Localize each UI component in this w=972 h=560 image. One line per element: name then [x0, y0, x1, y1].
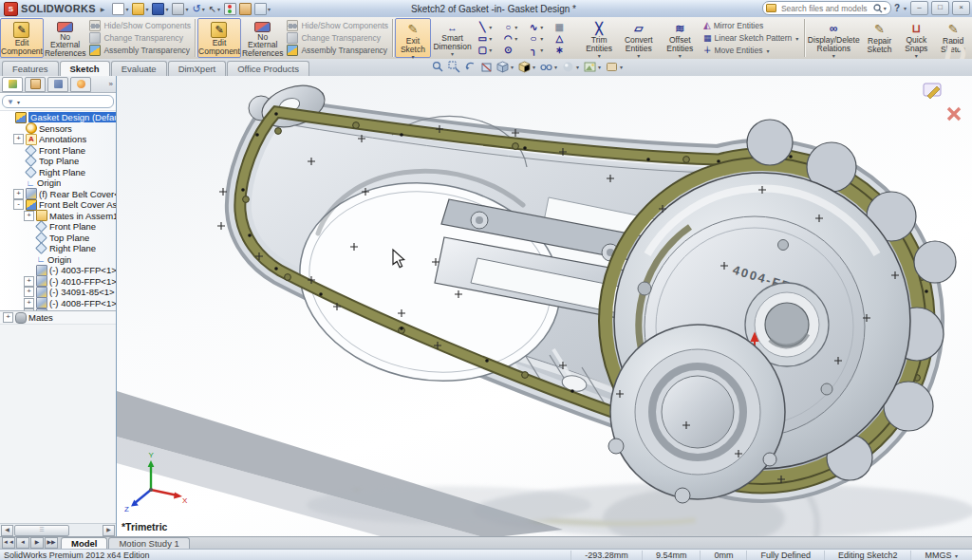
previous-view-button[interactable]: [464, 61, 477, 73]
maximize-button[interactable]: □: [931, 1, 949, 15]
search-icon[interactable]: [873, 4, 883, 13]
change-transparency-button[interactable]: Change Transparency: [89, 32, 191, 44]
tree-item[interactable]: Front Plane: [0, 145, 116, 157]
tree-item[interactable]: Front Plane: [0, 221, 116, 233]
polygon-tool[interactable]: △: [552, 33, 578, 44]
slot-tool[interactable]: ▢▾: [476, 45, 501, 55]
tree-item[interactable]: +(f) Rear Belt Cover<1> (Def: [0, 189, 116, 200]
edit-appearance-button[interactable]: ▾: [562, 61, 580, 73]
units-selector[interactable]: MMGS ▾: [910, 551, 972, 560]
display-style-button[interactable]: ▾: [518, 61, 536, 73]
tab-features[interactable]: Features: [2, 61, 59, 76]
linear-sketch-pattern-button[interactable]: ▦Linear Sketch Pattern▾: [703, 32, 800, 44]
propertymanager-tab[interactable]: [25, 77, 46, 92]
featuremanager-tab[interactable]: [2, 77, 23, 92]
rectangle-tool[interactable]: ▭▾: [476, 33, 501, 44]
expand-collapse-icon[interactable]: +: [13, 189, 24, 199]
trim-entities-button[interactable]: ╳ Trim Entities▾: [580, 18, 618, 58]
edit-component-button[interactable]: ✎ Edit Component: [0, 18, 44, 58]
open-button[interactable]: ▾: [131, 2, 150, 15]
view-orientation-button[interactable]: ▾: [496, 61, 514, 73]
filter-dropdown-icon[interactable]: ▾: [17, 99, 20, 105]
smart-dimension-button[interactable]: ↔ Smart Dimension▾: [431, 18, 474, 58]
repair-sketch-button[interactable]: ✎ Repair Sketch: [861, 18, 899, 58]
search-dropdown-icon[interactable]: ▾: [884, 5, 887, 11]
tree-item[interactable]: +(-) 34091-85<1> (Defaul: [0, 287, 116, 298]
tree-item[interactable]: +AAnnotations: [0, 134, 116, 145]
configurationmanager-tab[interactable]: [47, 77, 68, 92]
tree-item[interactable]: ∟Origin: [0, 254, 116, 266]
tree-item-mates[interactable]: + Mates: [0, 312, 116, 324]
tab-sketch[interactable]: Sketch: [60, 61, 110, 76]
zoom-to-area-button[interactable]: [448, 61, 460, 73]
expand-collapse-icon[interactable]: +: [24, 298, 34, 308]
search-scope-folder-icon[interactable]: [766, 4, 776, 12]
perimeter-circle-tool[interactable]: ⊙: [501, 45, 527, 55]
section-view-button[interactable]: [480, 61, 493, 73]
graphics-viewport[interactable]: 4004-FFP: [117, 76, 972, 536]
tree-item[interactable]: (-) 4003-FFP<1> (Defau: [0, 265, 116, 276]
scroll-right-icon[interactable]: ▶: [103, 525, 115, 536]
exit-sketch-button[interactable]: ✎ Exit Sketch▾: [395, 18, 431, 58]
tree-item[interactable]: ∟Origin: [0, 177, 116, 189]
menu-expand-icon[interactable]: ▶: [101, 6, 105, 12]
prev-tab-icon[interactable]: ◄: [16, 537, 29, 549]
line-tool[interactable]: ╲▾: [476, 22, 501, 32]
save-button[interactable]: ▾: [151, 2, 170, 15]
tree-item[interactable]: +(-) 4008-FFP<1> (Defau: [0, 298, 116, 309]
sketch-fillet-tool[interactable]: ╮▾: [527, 45, 552, 55]
no-external-references-button[interactable]: No External References: [44, 18, 86, 58]
expand-collapse-icon[interactable]: +: [24, 276, 34, 287]
view-settings-button[interactable]: ▾: [606, 61, 624, 73]
quick-snaps-button[interactable]: ⊔ Quick Snaps▾: [898, 18, 934, 58]
no-external-references-button-2[interactable]: No External References: [241, 18, 284, 58]
displaymanager-tab[interactable]: [70, 77, 91, 92]
tree-item[interactable]: Right Plane: [0, 243, 116, 254]
tree-horizontal-scrollbar[interactable]: ◀ ☰ ▶: [0, 523, 116, 536]
expand-collapse-icon[interactable]: +: [13, 134, 24, 144]
convert-entities-button[interactable]: ▱ Convert Entities▾: [618, 18, 660, 58]
help-dropdown-icon[interactable]: ▾: [904, 5, 907, 11]
first-tab-icon[interactable]: ◄◄: [2, 537, 15, 549]
point-tool[interactable]: ∗: [552, 45, 578, 55]
hide-show-components-button-2[interactable]: Hide/Show Components: [287, 20, 388, 31]
rebuild-button[interactable]: [223, 2, 237, 15]
expand-collapse-icon[interactable]: +: [24, 211, 34, 221]
move-entities-button[interactable]: ∔Move Entities▾: [703, 45, 800, 56]
close-button[interactable]: ×: [952, 1, 970, 15]
tree-item[interactable]: -Front Belt Cover Assembly<: [0, 199, 116, 211]
last-tab-icon[interactable]: ▶▶: [45, 537, 58, 549]
assembly-transparency-button[interactable]: Assembly Transparency: [89, 45, 191, 56]
search-box[interactable]: ▾: [762, 1, 891, 15]
arc-tool[interactable]: ◠▾: [501, 33, 527, 44]
spline-tool[interactable]: ∿▾: [527, 22, 552, 32]
help-button[interactable]: ?: [894, 3, 900, 13]
file-properties-button[interactable]: [238, 2, 252, 15]
circle-tool[interactable]: ○▾: [501, 22, 527, 32]
mirror-entities-button[interactable]: ◭Mirror Entities: [703, 20, 800, 31]
change-transparency-button-2[interactable]: Change Transparency: [287, 32, 388, 44]
expand-collapse-icon[interactable]: +: [24, 287, 34, 297]
scroll-left-icon[interactable]: ◀: [1, 525, 13, 536]
panel-tabs-overflow[interactable]: »: [109, 80, 113, 88]
options-button[interactable]: ▾: [253, 2, 272, 15]
tree-item[interactable]: Right Plane: [0, 167, 116, 178]
edit-component-button-2[interactable]: ✎ Edit Component: [197, 18, 241, 58]
expand-collapse-icon[interactable]: -: [13, 199, 24, 210]
print-button[interactable]: ▾: [171, 2, 190, 15]
assembly-transparency-button-2[interactable]: Assembly Transparency: [287, 45, 388, 56]
tree-filter-input[interactable]: ▼ ▾: [2, 95, 114, 108]
tab-office-products[interactable]: Office Products: [227, 61, 309, 76]
tree-item[interactable]: Sensors: [0, 123, 116, 135]
zoom-to-fit-button[interactable]: [432, 61, 444, 73]
tree-item[interactable]: Top Plane: [0, 233, 116, 244]
search-input[interactable]: [779, 3, 873, 14]
select-button[interactable]: ↖▾: [208, 2, 222, 15]
cancel-sketch-button[interactable]: [948, 108, 960, 120]
offset-entities-button[interactable]: ≋ Offset Entities▾: [660, 18, 701, 58]
tab-dimxpert[interactable]: DimXpert: [168, 61, 227, 76]
undo-button[interactable]: ↺▾: [191, 2, 206, 15]
hide-show-components-button[interactable]: Hide/Show Components: [89, 20, 191, 31]
tree-item[interactable]: +(-) 4010-FFP<1> (Defau: [0, 276, 116, 288]
exit-sketch-confirm-button[interactable]: [924, 84, 941, 99]
